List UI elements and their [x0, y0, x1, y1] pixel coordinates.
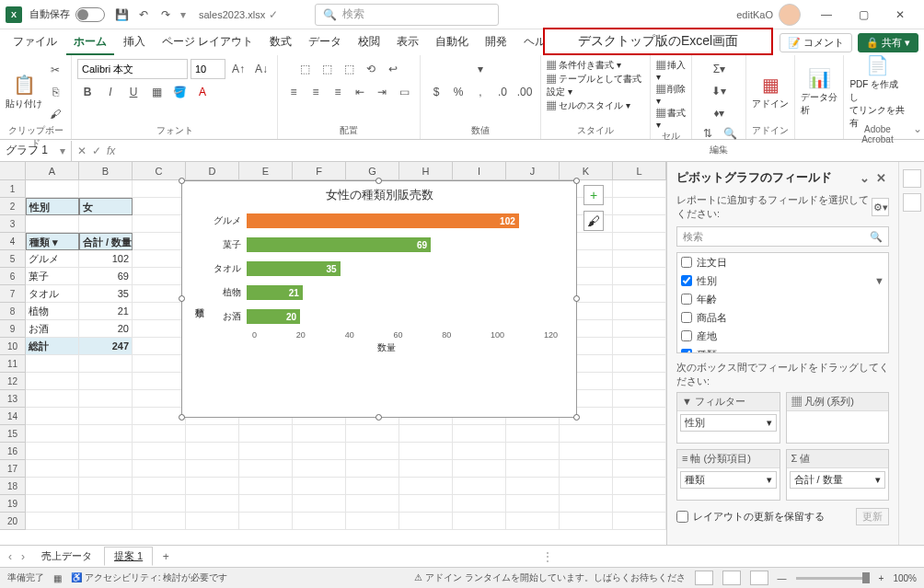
copy-icon[interactable]: ⎘: [45, 82, 65, 102]
cell[interactable]: [133, 390, 186, 408]
underline-button[interactable]: U: [123, 82, 144, 102]
row-header[interactable]: 11: [0, 355, 26, 373]
cell[interactable]: [186, 478, 239, 495]
cell[interactable]: [506, 495, 560, 513]
ribbon-tab-ファイル[interactable]: ファイル: [6, 30, 64, 55]
cell[interactable]: 種類 ▾: [26, 233, 79, 250]
chart-bar[interactable]: 102: [247, 213, 519, 228]
defer-layout-checkbox[interactable]: [676, 511, 688, 523]
cell[interactable]: [133, 443, 186, 460]
format-as-table[interactable]: ▦ テーブルとして書式設定 ▾: [547, 73, 644, 98]
insert-cells[interactable]: ▦ 挿入 ▾: [656, 59, 687, 82]
chart-plot-area[interactable]: グルメ 102菓子 69タオル 35植物 21お酒 20020406080100…: [206, 209, 567, 393]
cut-icon[interactable]: ✂: [45, 60, 65, 80]
cell[interactable]: [79, 425, 133, 443]
cell[interactable]: 植物: [26, 303, 79, 320]
normal-view-button[interactable]: [695, 571, 713, 585]
wrap-text-icon[interactable]: ↩: [383, 59, 403, 79]
select-all-corner[interactable]: [0, 162, 26, 180]
zoom-out-button[interactable]: —: [778, 573, 787, 583]
field-checkbox[interactable]: [681, 275, 692, 286]
cell[interactable]: 性別: [26, 198, 79, 215]
cell[interactable]: [133, 425, 186, 443]
format-painter-icon[interactable]: 🖌: [45, 104, 65, 124]
autosum-icon[interactable]: Σ▾: [709, 59, 729, 79]
maximize-button[interactable]: ▢: [845, 2, 882, 28]
cell[interactable]: [79, 460, 133, 478]
side-tab-1[interactable]: [903, 169, 921, 188]
row-header[interactable]: 3: [0, 215, 26, 233]
italic-button[interactable]: I: [100, 82, 121, 102]
close-button[interactable]: ✕: [882, 2, 918, 28]
cell[interactable]: [186, 495, 239, 513]
legend-zone[interactable]: ▦ 凡例 (系列): [786, 392, 890, 444]
cell[interactable]: [239, 425, 293, 443]
cell[interactable]: [399, 460, 453, 478]
chart-bar[interactable]: 20: [247, 309, 300, 324]
dec-decimal-icon[interactable]: .00: [514, 82, 535, 102]
row-header[interactable]: 14: [0, 408, 26, 425]
autosave-toggle[interactable]: [75, 7, 105, 22]
paste-button[interactable]: 📋貼り付け: [6, 64, 42, 120]
field-item[interactable]: 性別▼: [677, 271, 888, 290]
worksheet[interactable]: ABCDEFGHIJKL 12性別女34種類 ▾合計 / 数量5グルメ1026菓…: [0, 162, 666, 545]
axis-zone[interactable]: ≡ 軸 (分類項目) 種類▾: [676, 449, 780, 501]
row-header[interactable]: 7: [0, 285, 26, 303]
page-break-button[interactable]: [750, 571, 768, 585]
cell[interactable]: [26, 513, 79, 530]
row-header[interactable]: 12: [0, 373, 26, 390]
cell-styles[interactable]: ▦ セルのスタイル ▾: [547, 99, 630, 112]
row-header[interactable]: 10: [0, 338, 26, 355]
chart-bar[interactable]: 21: [247, 285, 303, 300]
cell[interactable]: [133, 513, 186, 530]
cell[interactable]: [186, 425, 239, 443]
cell[interactable]: [613, 303, 666, 320]
panel-close-icon[interactable]: ✕: [872, 171, 889, 185]
ribbon-tab-自動化[interactable]: 自動化: [428, 30, 476, 55]
cell[interactable]: [613, 460, 666, 478]
avatar[interactable]: [779, 4, 801, 26]
cell[interactable]: [613, 495, 666, 513]
row-header[interactable]: 16: [0, 443, 26, 460]
cell[interactable]: [186, 443, 239, 460]
row-header[interactable]: 2: [0, 198, 26, 215]
cell[interactable]: [613, 513, 666, 530]
cell[interactable]: [26, 355, 79, 373]
resize-handle[interactable]: [573, 295, 580, 302]
find-icon[interactable]: 🔍: [720, 123, 740, 144]
analyze-data-button[interactable]: 📊データ分析: [801, 64, 837, 120]
values-item[interactable]: 合計 / 数量▾: [790, 471, 886, 489]
cell[interactable]: [399, 513, 453, 530]
cell[interactable]: [26, 390, 79, 408]
cell[interactable]: 20: [79, 320, 133, 338]
bold-button[interactable]: B: [77, 82, 98, 102]
cell[interactable]: タオル: [26, 285, 79, 303]
cell[interactable]: 女: [79, 198, 133, 215]
cell[interactable]: [613, 338, 666, 355]
ribbon-tab-挿入[interactable]: 挿入: [116, 30, 153, 55]
field-item[interactable]: 種類: [677, 345, 888, 353]
font-name[interactable]: [77, 59, 188, 79]
side-tab-2[interactable]: [903, 193, 921, 212]
cell[interactable]: [613, 425, 666, 443]
increase-font-icon[interactable]: A↑: [228, 59, 248, 79]
cell[interactable]: [346, 460, 399, 478]
cell[interactable]: [79, 513, 133, 530]
cell[interactable]: 総計: [26, 338, 79, 355]
search-box[interactable]: 🔍 検索: [315, 4, 499, 26]
cell[interactable]: [26, 460, 79, 478]
font-size[interactable]: [191, 59, 225, 79]
conditional-format[interactable]: ▦ 条件付き書式 ▾: [547, 59, 621, 72]
cell[interactable]: [506, 513, 560, 530]
row-header[interactable]: 1: [0, 180, 26, 198]
field-checkbox[interactable]: [681, 312, 692, 323]
enter-formula-icon[interactable]: ✓: [92, 144, 101, 157]
resize-handle[interactable]: [573, 178, 580, 184]
cell[interactable]: [133, 268, 186, 285]
align-center-icon[interactable]: ≡: [306, 82, 326, 102]
cell[interactable]: [133, 478, 186, 495]
cell[interactable]: [239, 460, 293, 478]
ribbon-tab-開発[interactable]: 開発: [478, 30, 514, 55]
cell[interactable]: [79, 215, 133, 233]
cell[interactable]: [560, 425, 613, 443]
